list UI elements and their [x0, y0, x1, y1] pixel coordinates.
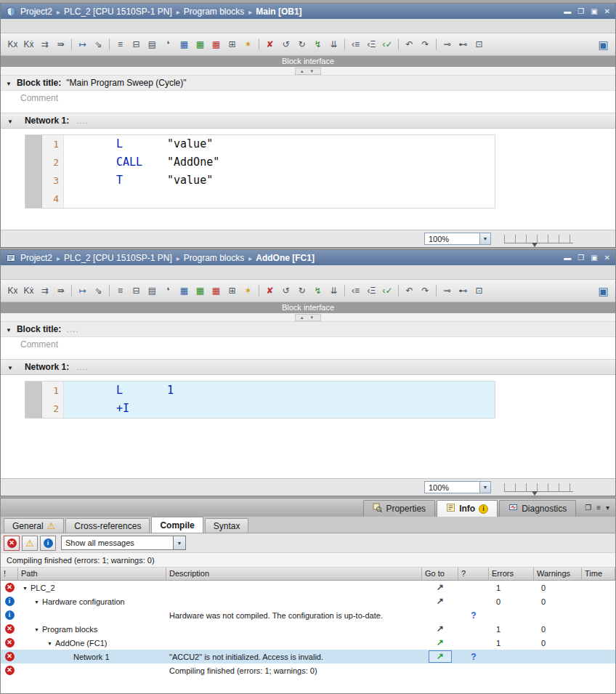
show-symbol-information-icon[interactable]: ‹Ξ — [364, 283, 379, 299]
jump-forward-icon[interactable]: ↷ — [418, 283, 433, 299]
consistency-check-icon[interactable]: ↯ — [310, 37, 325, 52]
open-editor-icon[interactable]: ▣ — [596, 37, 611, 52]
help-link[interactable]: ? — [458, 610, 489, 621]
absolute-operands-icon[interactable]: Kx — [5, 283, 20, 299]
zoom-control[interactable]: 100% — [424, 481, 491, 493]
network-comment-placeholder[interactable]: .... — [76, 116, 88, 125]
connect-operands-icon[interactable]: ⊸ — [439, 283, 455, 299]
collapse-icon[interactable] — [6, 78, 12, 88]
chevron-down-icon[interactable] — [173, 536, 185, 549]
split-editor-icon[interactable]: ⊟ — [129, 37, 144, 52]
goto-previous-error-icon[interactable]: ↺ — [278, 283, 293, 299]
col-path[interactable]: Path — [18, 568, 166, 581]
insert-network-icon[interactable]: ▦ — [177, 283, 192, 299]
subtab-syntax[interactable]: Syntax — [205, 518, 249, 533]
breadcrumb-item[interactable]: Program blocks — [184, 7, 252, 17]
tab-diagnostics[interactable]: Diagnostics — [499, 500, 576, 517]
update-block-calls-icon[interactable]: ↻ — [294, 37, 309, 52]
network-comments-toggle-icon[interactable]: ⇛ — [53, 37, 68, 52]
close-icon[interactable]: ✕ — [604, 7, 610, 15]
expand-all-icon[interactable]: ⇊ — [326, 283, 341, 299]
goto-arrow-icon[interactable] — [429, 650, 452, 663]
dock-icon[interactable]: ▣ — [591, 254, 597, 262]
titlebar-addone[interactable]: Project2PLC_2 [CPU 1510SP-1 PN]Program b… — [1, 250, 615, 265]
collapse-icon[interactable] — [7, 362, 13, 372]
show-grid-icon[interactable]: ▤ — [145, 283, 160, 299]
menu-pane-icon[interactable]: ≡ — [596, 504, 601, 512]
subtab-general[interactable]: General — [4, 518, 64, 533]
jump-back-icon[interactable]: ↶ — [402, 283, 417, 299]
block-title-value[interactable]: .... — [66, 324, 78, 334]
goto-error-icon[interactable]: ✘ — [262, 283, 277, 299]
filter-errors-button[interactable] — [4, 536, 20, 551]
show-symbol-check-icon[interactable]: ‹✓ — [380, 37, 395, 52]
zoom-slider-thumb[interactable] — [532, 243, 538, 247]
add-network-icon[interactable]: ▦ — [192, 283, 208, 299]
dock-icon[interactable]: ▣ — [591, 7, 597, 15]
filter-warnings-button[interactable] — [22, 536, 38, 551]
breadcrumb-item[interactable]: PLC_2 [CPU 1510SP-1 PN] — [64, 7, 180, 17]
breadcrumb-item[interactable]: AddOne [FC1] — [256, 253, 315, 263]
monitoring-icon[interactable]: ⊷ — [455, 283, 471, 299]
filter-info-button[interactable] — [40, 536, 56, 551]
goto-previous-error-icon[interactable]: ↺ — [278, 37, 293, 52]
code-text[interactable]: CALL"AddOne" — [64, 153, 495, 172]
zoom-slider-thumb[interactable] — [532, 491, 538, 496]
show-absolute-addresses-icon[interactable]: ‹≡ — [348, 37, 363, 52]
splitter-arrows-icon[interactable] — [295, 68, 322, 75]
write-protection-icon[interactable]: ⊡ — [471, 37, 487, 52]
add-block-row-icon[interactable]: ⇘ — [91, 37, 106, 52]
col-warnings[interactable]: Warnings — [534, 568, 582, 581]
titlebar-main[interactable]: Project2PLC_2 [CPU 1510SP-1 PN]Program b… — [1, 4, 615, 19]
favorites-icon[interactable]: ✶ — [240, 283, 256, 299]
monitoring-icon[interactable]: ⊷ — [455, 37, 471, 52]
favorites-icon[interactable]: ✶ — [240, 37, 256, 52]
message-row[interactable]: Hardware configuration 0 0 — [1, 594, 615, 608]
consistency-check-icon[interactable]: ↯ — [310, 283, 325, 299]
restore-icon[interactable]: ❐ — [578, 254, 584, 262]
insert-row-icon[interactable]: ↦ — [75, 283, 90, 299]
zoom-dropdown-icon[interactable] — [479, 482, 490, 493]
expander-icon[interactable] — [23, 584, 31, 592]
network-titles-toggle-icon[interactable]: ⇉ — [37, 37, 52, 52]
update-block-calls-icon[interactable]: ↻ — [294, 283, 309, 299]
insert-comment-icon[interactable]: ❛ — [161, 283, 176, 299]
code-line[interactable]: 2 +I — [25, 400, 495, 418]
add-block-row-icon[interactable]: ⇘ — [91, 283, 106, 299]
network-comment-placeholder[interactable]: .... — [76, 363, 88, 371]
insert-row-icon[interactable]: ↦ — [75, 37, 90, 52]
symbolic-operands-icon[interactable]: Kẋ — [21, 37, 36, 52]
code-line[interactable]: 1 L1 — [25, 382, 495, 400]
network-comments-toggle-icon[interactable]: ⇛ — [53, 283, 68, 299]
message-row[interactable]: Compiling finished (errors: 1; warnings:… — [1, 663, 615, 677]
code-text[interactable] — [64, 190, 495, 208]
help-link[interactable]: ? — [458, 652, 489, 662]
expand-networks-icon[interactable]: ⊞ — [224, 283, 240, 299]
stl-code-editor[interactable]: 1 L"value" 2 CALL"AddOne" 3 T"value" — [25, 134, 495, 209]
expander-icon[interactable] — [34, 597, 42, 606]
write-protection-icon[interactable]: ⊡ — [471, 283, 487, 299]
goto-error-icon[interactable]: ✘ — [262, 37, 277, 52]
message-filter-dropdown[interactable]: Show all messages — [61, 536, 186, 550]
expander-icon[interactable] — [34, 625, 42, 634]
breadcrumb-item[interactable]: Program blocks — [184, 253, 252, 263]
message-row[interactable]: Program blocks 1 0 — [1, 622, 615, 636]
block-interface-bar[interactable]: Block interface — [1, 56, 615, 67]
expander-icon[interactable] — [47, 639, 55, 647]
restore-icon[interactable]: ❐ — [578, 7, 584, 15]
insert-comment-icon[interactable]: ❛ — [161, 37, 176, 52]
split-editor-icon[interactable]: ⊟ — [129, 283, 144, 299]
goto-arrow-icon[interactable] — [437, 582, 444, 593]
show-symbol-information-icon[interactable]: ‹Ξ — [364, 37, 379, 52]
collapse-pane-icon[interactable]: ▾ — [606, 504, 609, 512]
col-time[interactable]: Time — [582, 568, 615, 581]
tab-properties[interactable]: Properties — [363, 500, 435, 517]
code-text[interactable]: T"value" — [64, 172, 495, 190]
show-overview-icon[interactable]: ≡ — [113, 283, 128, 299]
open-editor-icon[interactable]: ▣ — [596, 283, 611, 299]
code-line[interactable]: 3 T"value" — [25, 172, 495, 190]
zoom-slider[interactable] — [504, 235, 573, 243]
interface-splitter[interactable] — [1, 313, 615, 322]
jump-back-icon[interactable]: ↶ — [402, 37, 417, 52]
goto-arrow-icon[interactable] — [437, 637, 444, 648]
